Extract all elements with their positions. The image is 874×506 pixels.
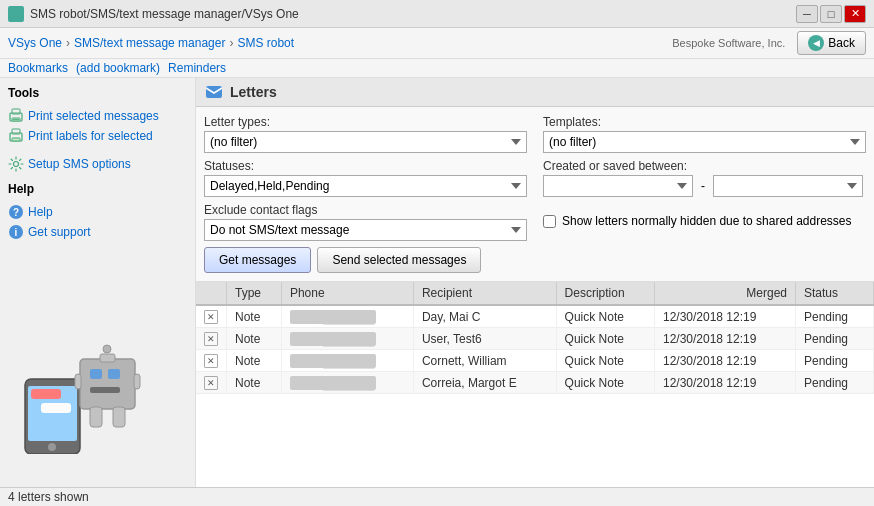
col-merged: Merged xyxy=(654,282,795,305)
print-icon xyxy=(8,108,24,124)
shared-addresses-checkbox[interactable] xyxy=(543,215,556,228)
col-phone: Phone xyxy=(281,282,413,305)
table-row: ✕ Note (598) ██████ User, Test6 Quick No… xyxy=(196,328,874,350)
row-type: Note xyxy=(227,350,282,372)
row-status: Pending xyxy=(795,372,873,394)
created-label: Created or saved between: xyxy=(543,159,866,173)
breadcrumb-sep-2: › xyxy=(229,36,233,50)
sidebar-item-print-selected[interactable]: Print selected messages xyxy=(8,106,187,126)
breadcrumb-sms-manager[interactable]: SMS/text message manager xyxy=(74,36,225,50)
statuses-select[interactable]: Delayed,Held,Pending xyxy=(204,175,527,197)
letter-types-group: Letter types: (no filter) xyxy=(204,115,527,153)
svg-rect-21 xyxy=(108,369,120,379)
row-type-icon: ✕ xyxy=(204,376,218,390)
buttons-row: Get messages Send selected messages xyxy=(204,247,866,273)
row-merged: 12/30/2018 12:19 xyxy=(654,328,795,350)
maximize-button[interactable]: □ xyxy=(820,5,842,23)
exclude-group: Exclude contact flags Do not SMS/text me… xyxy=(204,203,527,241)
get-messages-button[interactable]: Get messages xyxy=(204,247,311,273)
sidebar: Tools Print selected messages Print labe… xyxy=(0,78,195,487)
bespoke-label: Bespoke Software, Inc. xyxy=(672,37,785,49)
date-range-row: - xyxy=(543,175,866,197)
row-status: Pending xyxy=(795,350,873,372)
svg-rect-23 xyxy=(100,354,115,362)
row-phone: (598) ██████ xyxy=(281,328,413,350)
row-merged: 12/30/2018 12:19 xyxy=(654,350,795,372)
print-selected-label: Print selected messages xyxy=(28,109,159,123)
table-row: ✕ Note (518) ██████ Cornett, William Qui… xyxy=(196,350,874,372)
svg-rect-19 xyxy=(80,359,135,409)
sidebar-item-print-labels[interactable]: Print labels for selected xyxy=(8,126,187,146)
breadcrumb-vsysone[interactable]: VSys One xyxy=(8,36,62,50)
window-controls[interactable]: ─ □ ✕ xyxy=(796,5,866,23)
help-title: Help xyxy=(8,182,187,196)
back-button[interactable]: ◀ Back xyxy=(797,31,866,55)
row-status: Pending xyxy=(795,328,873,350)
form-row-2: Statuses: Delayed,Held,Pending Created o… xyxy=(204,159,866,197)
row-checkbox-cell: ✕ xyxy=(196,350,227,372)
status-bar: 4 letters shown xyxy=(0,487,874,506)
add-bookmark-link[interactable]: (add bookmark) xyxy=(76,61,160,75)
col-icon xyxy=(196,282,227,305)
templates-label: Templates: xyxy=(543,115,866,129)
app-icon xyxy=(8,6,24,22)
row-checkbox-cell: ✕ xyxy=(196,328,227,350)
col-recipient: Recipient xyxy=(413,282,556,305)
breadcrumb-sms-robot[interactable]: SMS robot xyxy=(237,36,294,50)
row-recipient: Correia, Margot E xyxy=(413,372,556,394)
svg-rect-20 xyxy=(90,369,102,379)
messages-table: Type Phone Recipient Description Merged … xyxy=(196,282,874,394)
close-button[interactable]: ✕ xyxy=(844,5,866,23)
info-icon: i xyxy=(8,224,24,240)
gear-icon xyxy=(8,156,24,172)
row-type-icon: ✕ xyxy=(204,310,218,324)
minimize-button[interactable]: ─ xyxy=(796,5,818,23)
svg-rect-18 xyxy=(41,403,71,413)
table-header-row: Type Phone Recipient Description Merged … xyxy=(196,282,874,305)
send-selected-button[interactable]: Send selected messages xyxy=(317,247,481,273)
sidebar-item-setup-sms[interactable]: Setup SMS options xyxy=(8,154,187,174)
sidebar-divider-2 xyxy=(8,174,187,182)
table-header: Type Phone Recipient Description Merged … xyxy=(196,282,874,305)
templates-select[interactable]: (no filter) xyxy=(543,131,866,153)
svg-rect-25 xyxy=(75,374,81,389)
date-to-select[interactable] xyxy=(713,175,863,197)
bookmarks-link[interactable]: Bookmarks xyxy=(8,61,68,75)
form-area: Letter types: (no filter) Templates: (no… xyxy=(196,107,874,282)
sidebar-divider-1 xyxy=(8,146,187,154)
sidebar-item-help[interactable]: ? Help xyxy=(8,202,187,222)
back-label: Back xyxy=(828,36,855,50)
row-type: Note xyxy=(227,328,282,350)
form-row-1: Letter types: (no filter) Templates: (no… xyxy=(204,115,866,153)
print-labels-label: Print labels for selected xyxy=(28,129,153,143)
exclude-label: Exclude contact flags xyxy=(204,203,527,217)
table-body: ✕ Note (573) ██████ Day, Mai C Quick Not… xyxy=(196,305,874,394)
shared-addresses-label[interactable]: Show letters normally hidden due to shar… xyxy=(543,214,852,228)
checkbox-group: Show letters normally hidden due to shar… xyxy=(543,214,866,230)
statuses-group: Statuses: Delayed,Held,Pending xyxy=(204,159,527,197)
row-checkbox-cell: ✕ xyxy=(196,372,227,394)
reminders-link[interactable]: Reminders xyxy=(168,61,226,75)
date-range-sep: - xyxy=(697,179,709,193)
table-row: ✕ Note (339) ██████ Correia, Margot E Qu… xyxy=(196,372,874,394)
svg-rect-27 xyxy=(90,407,102,427)
tools-title: Tools xyxy=(8,86,187,100)
svg-text:?: ? xyxy=(13,207,19,218)
svg-rect-28 xyxy=(113,407,125,427)
row-recipient: Cornett, William xyxy=(413,350,556,372)
row-phone: (518) ██████ xyxy=(281,350,413,372)
row-merged: 12/30/2018 12:19 xyxy=(654,372,795,394)
svg-rect-26 xyxy=(134,374,140,389)
get-support-label: Get support xyxy=(28,225,91,239)
exclude-select[interactable]: Do not SMS/text message xyxy=(204,219,527,241)
svg-point-16 xyxy=(48,443,56,451)
sidebar-item-get-support[interactable]: i Get support xyxy=(8,222,187,242)
letter-types-select[interactable]: (no filter) xyxy=(204,131,527,153)
date-from-select[interactable] xyxy=(543,175,693,197)
letter-types-label: Letter types: xyxy=(204,115,527,129)
col-status: Status xyxy=(795,282,873,305)
bookmarks-bar: Bookmarks (add bookmark) Reminders xyxy=(0,59,874,78)
svg-rect-17 xyxy=(31,389,61,399)
svg-text:i: i xyxy=(15,227,18,238)
row-type: Note xyxy=(227,372,282,394)
